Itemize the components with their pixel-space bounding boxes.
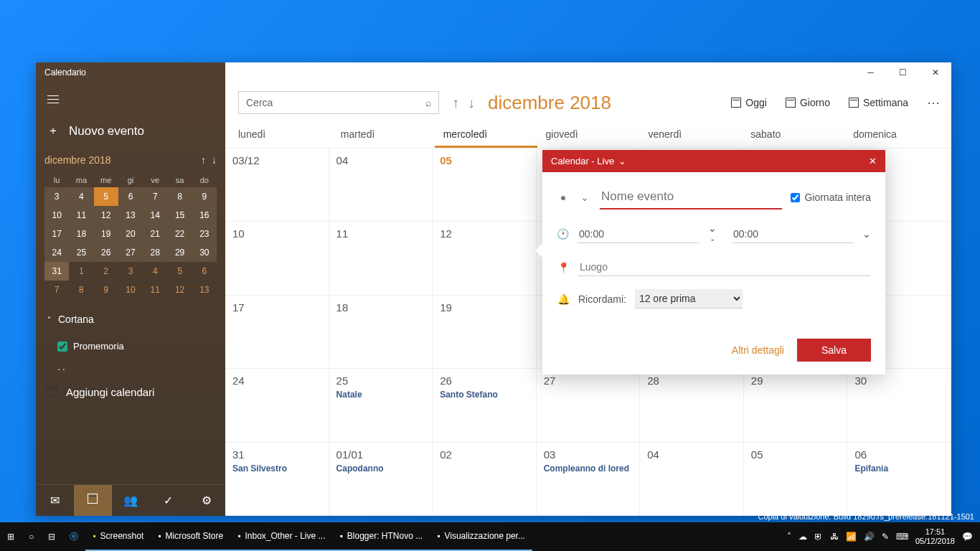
tray-volume-icon[interactable]: 🔊 (864, 532, 875, 542)
mini-day[interactable]: 1 (69, 262, 93, 281)
mail-icon[interactable]: ✉ (36, 485, 74, 516)
mini-day[interactable]: 15 (167, 206, 192, 225)
start-time-input[interactable] (578, 225, 699, 243)
mini-day[interactable]: 17 (44, 225, 69, 243)
settings-icon[interactable]: ⚙ (187, 485, 225, 516)
week-view-button[interactable]: Settimana (849, 97, 908, 108)
end-time-input[interactable] (732, 225, 854, 243)
mini-day[interactable]: 27 (118, 243, 143, 262)
cortana-section[interactable]: ˄ Cortana (36, 303, 225, 335)
all-day-checkbox[interactable]: Giornata intera (791, 192, 871, 203)
mini-day[interactable]: 29 (167, 243, 192, 262)
mini-day[interactable]: 5 (94, 187, 118, 206)
mini-day[interactable]: 3 (44, 187, 69, 206)
mini-day[interactable]: 20 (118, 225, 143, 243)
mini-cal-prev-icon[interactable]: ↑ (201, 154, 206, 166)
tray-up-icon[interactable]: ˄ (787, 532, 791, 542)
new-event-button[interactable]: ＋ Nuovo evento (36, 115, 225, 147)
mini-day[interactable]: 31 (44, 262, 69, 281)
taskbar-item[interactable]: ▪Microsoft Store (151, 522, 230, 551)
calendar-cell[interactable]: 24 (225, 369, 329, 442)
cortana-button[interactable]: ○ (22, 522, 41, 551)
promemoria-checkbox[interactable]: Promemoria (36, 335, 225, 357)
hamburger-icon[interactable] (36, 84, 225, 115)
tray-security-icon[interactable]: ⛨ (814, 532, 823, 542)
add-calendars-button[interactable]: Aggiungi calendari (36, 376, 225, 408)
mini-day[interactable]: 21 (143, 225, 167, 243)
calendar-cell[interactable]: 26Santo Stefano (433, 369, 537, 442)
save-button[interactable]: Salva (797, 339, 871, 362)
calendar-cell[interactable]: 25Natale (329, 369, 433, 442)
today-button[interactable]: Oggi (731, 97, 767, 108)
calendar-cell[interactable]: 02 (433, 443, 537, 516)
calendar-cell[interactable]: 12 (433, 222, 537, 295)
tray-wifi-icon[interactable]: 📶 (846, 532, 857, 542)
notifications-icon[interactable]: 💬 (962, 532, 973, 542)
mini-day[interactable]: 23 (192, 225, 217, 243)
search-input[interactable]: Cerca ⌕ (238, 91, 439, 114)
mini-day[interactable]: 7 (44, 281, 69, 299)
edge-icon[interactable]: ⓔ (62, 522, 85, 551)
calendar-cell[interactable]: 04 (329, 149, 433, 222)
calendar-cell[interactable]: 17 (225, 296, 329, 369)
popup-close-icon[interactable]: ✕ (869, 156, 877, 166)
mini-day[interactable]: 25 (69, 243, 93, 262)
chevron-down-icon[interactable]: ⌄ (618, 156, 626, 166)
taskbar-item[interactable]: ▪Blogger: HTNovo ... (333, 522, 430, 551)
mini-day[interactable]: 4 (69, 187, 93, 206)
mini-day[interactable]: 14 (143, 206, 167, 225)
more-details-link[interactable]: Altri dettagli (732, 344, 784, 356)
maximize-button[interactable]: ☐ (887, 62, 919, 83)
mini-day[interactable]: 13 (118, 206, 143, 225)
mini-day[interactable]: 2 (94, 262, 118, 281)
taskbar-item[interactable]: ▪Screenshot (85, 522, 151, 551)
mini-day[interactable]: 12 (167, 281, 192, 299)
calendar-cell[interactable]: 11 (329, 222, 433, 295)
mini-day[interactable]: 8 (69, 281, 93, 299)
calendar-cell[interactable]: 06Epifania (847, 443, 951, 516)
mini-day[interactable]: 4 (143, 262, 167, 281)
calendar-cell[interactable]: 29 (744, 369, 848, 442)
tray-onedrive-icon[interactable]: ☁ (798, 532, 807, 542)
calendar-cell[interactable]: 31San Silvestro (225, 443, 329, 516)
mini-day[interactable]: 3 (118, 262, 143, 281)
calendar-cell[interactable]: 01/01Capodanno (329, 443, 433, 516)
chevron-down-icon[interactable]: ⌄ (578, 192, 591, 203)
calendar-cell[interactable]: 04 (640, 443, 744, 516)
mini-day[interactable]: 11 (143, 281, 167, 299)
mini-day[interactable]: 13 (192, 281, 217, 299)
mini-cal-next-icon[interactable]: ↓ (212, 154, 217, 166)
mini-day[interactable]: 24 (44, 243, 69, 262)
mini-day[interactable]: 6 (118, 187, 143, 206)
mini-day[interactable]: 16 (192, 206, 217, 225)
calendar-cell[interactable]: 03/12 (225, 149, 329, 222)
mini-day[interactable]: 18 (69, 225, 93, 243)
mini-day[interactable]: 9 (94, 281, 118, 299)
prev-month-icon[interactable]: ↑ (452, 95, 459, 111)
calendar-cell[interactable]: 10 (225, 222, 329, 295)
close-button[interactable]: ✕ (919, 62, 951, 83)
calendar-cell[interactable]: 05 (744, 443, 848, 516)
tray-keyboard-icon[interactable]: ⌨ (896, 532, 908, 542)
calendar-cell[interactable]: 30 (847, 369, 951, 442)
mini-day[interactable]: 8 (167, 187, 192, 206)
calendar-cell[interactable]: 27 (537, 369, 641, 442)
calendar-cell[interactable]: 19 (433, 296, 537, 369)
more-menu-icon[interactable]: ⋯ (927, 95, 938, 110)
location-input[interactable] (578, 258, 871, 276)
mini-day[interactable]: 28 (143, 243, 167, 262)
mini-day[interactable]: 5 (167, 262, 192, 281)
minimize-button[interactable]: ─ (854, 62, 887, 83)
mini-day[interactable]: 7 (143, 187, 167, 206)
people-icon[interactable]: 👥 (112, 485, 150, 516)
event-name-input[interactable] (600, 185, 782, 209)
calendar-cell[interactable]: 03Compleanno di lored (537, 443, 641, 516)
tray-pen-icon[interactable]: ✎ (882, 532, 889, 542)
task-view-button[interactable]: ⊟ (41, 522, 62, 551)
calendar-cell[interactable]: 28 (640, 369, 744, 442)
mini-day[interactable]: 12 (94, 206, 118, 225)
mini-day[interactable]: 10 (44, 206, 69, 225)
calendar-cell[interactable]: 05 (433, 149, 537, 222)
clock[interactable]: 17:51 05/12/2018 (915, 527, 955, 546)
calendar-cell[interactable]: 18 (329, 296, 433, 369)
